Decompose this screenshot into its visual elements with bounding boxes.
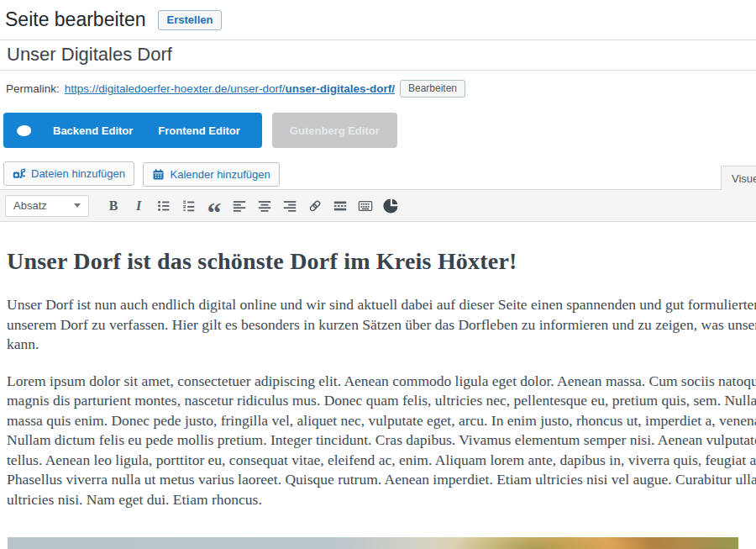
calendar-icon <box>152 168 165 181</box>
wpbakery-editor-switch: Backend Editor Frontend Editor <box>3 113 262 148</box>
link-icon <box>307 198 323 214</box>
permalink-url-base: https://digitaledoerfer-hoexter.de/unser… <box>65 82 286 95</box>
title-field-wrap <box>0 40 756 71</box>
pie-chart-button[interactable] <box>380 195 402 217</box>
blockquote-button[interactable]: “ <box>203 195 225 217</box>
editor-toolbar: Absatz B I “ <box>0 190 756 222</box>
numbered-list-icon <box>181 198 197 214</box>
media-buttons-row: Dateien hinzufügen Kalender hinzufügen V… <box>0 161 756 190</box>
content-image-village-sunset[interactable] <box>8 537 738 549</box>
numbered-list-button[interactable] <box>178 195 200 217</box>
align-center-icon <box>257 198 272 214</box>
paragraph-format-select[interactable]: Absatz <box>5 195 89 217</box>
page-title-input[interactable] <box>0 40 756 71</box>
italic-button[interactable]: I <box>128 195 150 217</box>
editor-content-body[interactable]: Unser Dorf ist das schönste Dorf im Krei… <box>0 222 756 549</box>
wpbakery-logo-icon <box>17 125 31 136</box>
pie-chart-icon <box>383 198 399 214</box>
align-right-icon <box>282 198 297 214</box>
read-more-button[interactable] <box>329 195 351 217</box>
editor-switch-row: Backend Editor Frontend Editor Gutenberg… <box>3 113 756 148</box>
permalink-url-slug: unser-digitales-dorf/ <box>285 82 395 95</box>
editor-inner: Unser Dorf ist das schönste Dorf im Krei… <box>7 248 756 549</box>
chevron-down-icon <box>74 203 81 208</box>
edit-permalink-button[interactable]: Bearbeiten <box>400 80 465 98</box>
permalink-label: Permalink: <box>6 82 60 95</box>
align-right-button[interactable] <box>279 195 301 217</box>
toolbar-toggle-button[interactable] <box>354 195 376 217</box>
keyboard-icon <box>358 198 373 214</box>
bullet-list-icon <box>156 198 171 214</box>
backend-editor-button[interactable]: Backend Editor <box>53 124 133 137</box>
read-more-icon <box>333 198 348 214</box>
add-media-icon <box>13 167 26 181</box>
add-calendar-label: Kalender hinzufügen <box>170 168 270 181</box>
page-header: Seite bearbeiten Erstellen <box>0 0 756 32</box>
link-button[interactable] <box>304 195 326 217</box>
format-select-value: Absatz <box>13 199 47 212</box>
align-left-icon <box>232 198 247 214</box>
gutenberg-editor-button[interactable]: Gutenberg Editor <box>272 113 397 148</box>
permalink-link[interactable]: https://digitaledoerfer-hoexter.de/unser… <box>65 82 395 95</box>
add-media-label: Dateien hinzufügen <box>31 167 125 180</box>
frontend-editor-button[interactable]: Frontend Editor <box>158 124 240 137</box>
permalink-row: Permalink: https://digitaledoerfer-hoext… <box>0 71 756 106</box>
content-paragraph-2[interactable]: Lorem ipsum dolor sit amet, consectetuer… <box>7 372 756 510</box>
add-calendar-button[interactable]: Kalender hinzufügen <box>143 162 279 187</box>
add-media-button[interactable]: Dateien hinzufügen <box>3 161 134 186</box>
align-left-button[interactable] <box>228 195 250 217</box>
content-heading[interactable]: Unser Dorf ist das schönste Dorf im Krei… <box>7 248 756 275</box>
bold-button[interactable]: B <box>102 195 124 217</box>
page-title: Seite bearbeiten <box>5 8 146 32</box>
align-center-button[interactable] <box>254 195 276 217</box>
content-paragraph-1[interactable]: Unser Dorf ist nun auch endlich digital … <box>7 295 756 355</box>
create-button[interactable]: Erstellen <box>158 10 223 30</box>
tab-visual[interactable]: Visuell <box>721 166 756 190</box>
bullet-list-button[interactable] <box>153 195 175 217</box>
